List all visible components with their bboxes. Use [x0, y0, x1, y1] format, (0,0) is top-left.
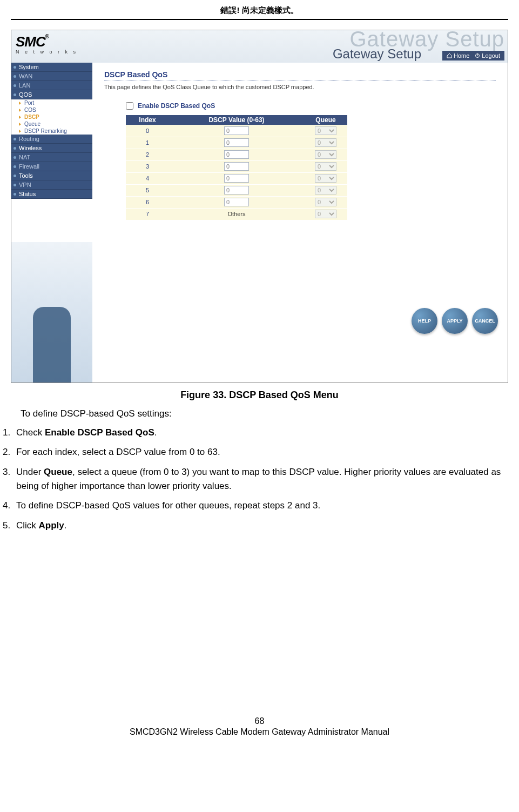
- queue-select[interactable]: 0: [315, 150, 336, 159]
- enable-dscp-checkbox[interactable]: [126, 102, 133, 110]
- nav-wan[interactable]: WAN: [11, 72, 92, 81]
- logo-block: SMC® N e t w o r k s: [11, 30, 92, 63]
- figure-caption: Figure 33. DSCP Based QoS Menu: [11, 390, 508, 401]
- cell-queue: 0: [304, 208, 347, 220]
- table-row: 40: [126, 172, 347, 184]
- cell-dscp: [169, 149, 304, 160]
- step-3-a: Under: [16, 467, 44, 477]
- step-1-a: Check: [16, 427, 45, 438]
- nav-routing[interactable]: Routing: [11, 135, 92, 144]
- step-3: Under Queue, select a queue (from 0 to 3…: [13, 465, 508, 494]
- nav-qos-dscp-rem[interactable]: DSCP Remarking: [11, 127, 92, 135]
- cell-index: 7: [126, 208, 169, 220]
- dscp-input[interactable]: [224, 126, 249, 135]
- cell-dscp: [169, 172, 304, 184]
- cell-queue: 0: [304, 125, 347, 137]
- table-row: 20: [126, 149, 347, 160]
- nav-qos-queue[interactable]: Queue: [11, 120, 92, 127]
- step-1: Check Enable DSCP Based QoS.: [13, 426, 508, 440]
- queue-select[interactable]: 0: [315, 198, 336, 206]
- cell-index: 4: [126, 172, 169, 184]
- step-5-bold: Apply: [39, 520, 64, 531]
- step-1-c: .: [154, 427, 157, 438]
- home-icon: [447, 53, 452, 58]
- step-2: For each index, select a DSCP value from…: [13, 445, 508, 459]
- nav-tools[interactable]: Tools: [11, 171, 92, 180]
- dscp-input[interactable]: [224, 198, 249, 206]
- sidebar-figure-silhouette: [33, 307, 71, 382]
- dscp-input[interactable]: [224, 138, 249, 147]
- nav-qos[interactable]: QOS: [11, 90, 92, 99]
- enable-row: Enable DSCP Based QoS: [126, 102, 496, 110]
- cell-queue: 0: [304, 137, 347, 149]
- sidebar-decorative-image: [11, 242, 92, 382]
- dscp-input[interactable]: [224, 150, 249, 159]
- page-number: 68: [0, 716, 519, 726]
- logo-subtitle: N e t w o r k s: [16, 49, 88, 55]
- nav-vpn[interactable]: VPN: [11, 180, 92, 190]
- nav-qos-cos[interactable]: COS: [11, 106, 92, 113]
- app-top-banner: SMC® N e t w o r k s Gateway Setup Gatew…: [11, 30, 508, 63]
- dscp-input[interactable]: [224, 186, 249, 194]
- logo-text: SMC®: [16, 33, 88, 50]
- dscp-input[interactable]: [224, 162, 249, 171]
- queue-select[interactable]: 0: [315, 186, 336, 194]
- home-link[interactable]: Home: [447, 52, 469, 59]
- panel-description: This page defines the QoS Class Queue to…: [104, 84, 496, 90]
- topbar-links: Home Logout: [442, 51, 504, 61]
- sidebar: System WAN LAN QOS Port COS DSCP Queue D…: [11, 63, 92, 382]
- cell-index: 1: [126, 137, 169, 149]
- cell-queue: 0: [304, 172, 347, 184]
- nav-wireless[interactable]: Wireless: [11, 144, 92, 153]
- main-panel: DSCP Based QoS This page defines the QoS…: [92, 63, 508, 382]
- table-row: 00: [126, 125, 347, 137]
- cell-dscp: [169, 125, 304, 137]
- step-3-bold: Queue: [44, 467, 72, 477]
- cell-index: 2: [126, 149, 169, 160]
- doc-header-error: 錯誤! 尚未定義樣式。: [0, 0, 519, 19]
- nav-system[interactable]: System: [11, 63, 92, 72]
- table-row: 10: [126, 137, 347, 149]
- logo-main: SMC: [16, 33, 45, 50]
- action-buttons: HELP APPLY CANCEL: [412, 308, 498, 334]
- table-row: 7Others0: [126, 208, 347, 220]
- queue-select[interactable]: 0: [315, 126, 336, 135]
- intro-line: To define DSCP-based QoS settings:: [21, 408, 508, 419]
- logout-label: Logout: [482, 52, 500, 59]
- nav-nat[interactable]: NAT: [11, 153, 92, 162]
- nav-status[interactable]: Status: [11, 190, 92, 199]
- dscp-qos-table: Index DSCP Value (0-63) Queue 0010203040…: [126, 115, 347, 220]
- table-row: 30: [126, 160, 347, 172]
- cell-dscp: [169, 137, 304, 149]
- help-button[interactable]: HELP: [412, 308, 437, 334]
- manual-title: SMCD3GN2 Wireless Cable Modem Gateway Ad…: [0, 727, 519, 737]
- logout-link[interactable]: Logout: [475, 52, 500, 59]
- table-row: 50: [126, 184, 347, 196]
- embedded-screenshot: SMC® N e t w o r k s Gateway Setup Gatew…: [11, 30, 508, 383]
- nav-qos-dscp[interactable]: DSCP: [11, 113, 92, 120]
- doc-footer: 68 SMCD3GN2 Wireless Cable Modem Gateway…: [0, 716, 519, 748]
- queue-select[interactable]: 0: [315, 162, 336, 171]
- cell-queue: 0: [304, 160, 347, 172]
- cancel-button[interactable]: CANCEL: [472, 308, 498, 334]
- nav-firewall[interactable]: Firewall: [11, 162, 92, 171]
- registered-icon: ®: [45, 33, 49, 39]
- cell-index: 0: [126, 125, 169, 137]
- cell-index: 3: [126, 160, 169, 172]
- cell-dscp: Others: [169, 208, 304, 220]
- cell-dscp: [169, 196, 304, 208]
- cell-dscp: [169, 184, 304, 196]
- nav-lan[interactable]: LAN: [11, 81, 92, 90]
- cell-dscp: [169, 160, 304, 172]
- queue-select[interactable]: 0: [315, 210, 336, 218]
- step-1-bold: Enable DSCP Based QoS: [45, 427, 154, 438]
- dscp-input[interactable]: [224, 174, 249, 183]
- cell-index: 5: [126, 184, 169, 196]
- cell-queue: 0: [304, 196, 347, 208]
- apply-button[interactable]: APPLY: [442, 308, 468, 334]
- queue-select[interactable]: 0: [315, 138, 336, 147]
- app-body: System WAN LAN QOS Port COS DSCP Queue D…: [11, 63, 508, 382]
- step-5: Click Apply.: [13, 519, 508, 533]
- queue-select[interactable]: 0: [315, 174, 336, 183]
- nav-qos-port[interactable]: Port: [11, 99, 92, 106]
